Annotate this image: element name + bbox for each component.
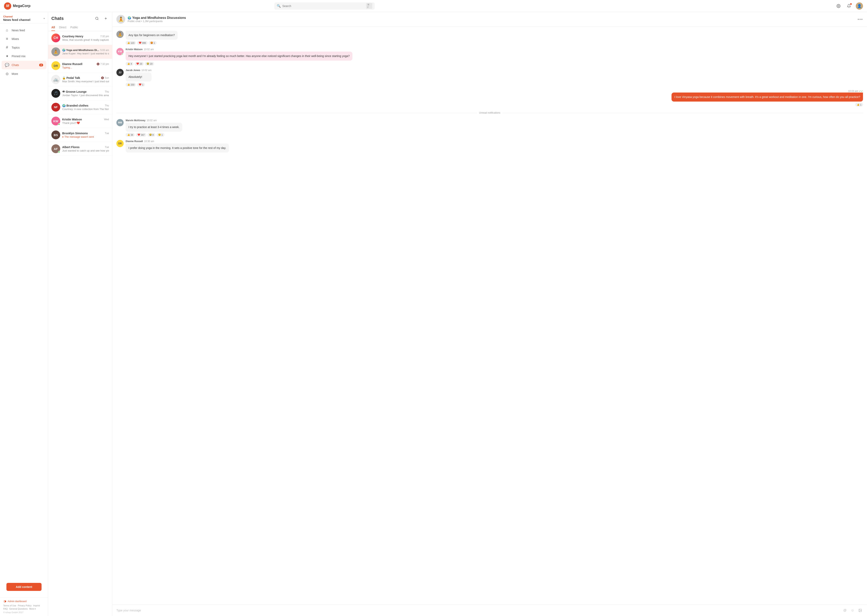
main-layout: Channel News feed channel ▾ ⌂ News feed … bbox=[0, 12, 867, 616]
chat-top: Albert Flores Tue bbox=[62, 146, 109, 149]
new-chat-button[interactable] bbox=[102, 15, 109, 22]
list-item[interactable]: 🎵 👁 Groove Lounge Thu Jordan Taylor: I j… bbox=[48, 86, 112, 101]
chat-content: Albert Flores Tue Just wanted to catch u… bbox=[62, 146, 109, 152]
sidebar-item-pinned-mix[interactable]: ✦ Pinned mix bbox=[2, 52, 46, 60]
chat-content: 🌍 Yoga and Mindfulness Di... 5:03 am Jan… bbox=[62, 49, 109, 55]
list-item[interactable]: DR Dianne Russell 🔇7:32 pm Typing... bbox=[48, 59, 112, 73]
chat-name: 🌍 Branded clothes bbox=[62, 104, 88, 107]
chat-name: 🌍 Yoga and Mindfulness Di... bbox=[62, 49, 99, 52]
list-item[interactable]: 🚲 🔒 Pedal Talk 🔇Sun Max Smith: Hey every… bbox=[48, 73, 112, 86]
sidebar-item-more[interactable]: ⊙ More bbox=[2, 70, 46, 78]
chat-name: Kristin Watson bbox=[62, 118, 82, 121]
privacy-link[interactable]: Privacy Policy bbox=[18, 604, 31, 607]
search-bar[interactable]: 🔍 ⌘ F bbox=[274, 2, 375, 9]
channel-avatar: 🧘 bbox=[116, 15, 125, 24]
more-footer-link[interactable]: More ▾ bbox=[29, 608, 36, 610]
admin-dashboard-link[interactable]: Admin dashboard bbox=[3, 600, 45, 603]
chat-content: 👁 Groove Lounge Thu Jordan Taylor: I jus… bbox=[62, 90, 109, 97]
chevron-down-icon: ▾ bbox=[44, 17, 45, 20]
emoji-button[interactable]: ☺ bbox=[850, 608, 855, 613]
message-row: JJ Jacob Jones 10:02 am Absolutely! 👍233… bbox=[116, 69, 863, 86]
reaction[interactable]: 👍233 bbox=[126, 83, 136, 86]
chat-content: 🔒 Pedal Talk 🔇Sun Max Smith: Hey everyon… bbox=[62, 76, 109, 83]
chat-time: Thu bbox=[105, 104, 109, 107]
general-questions-link[interactable]: General Questions bbox=[9, 608, 28, 610]
list-item[interactable]: 🧘 🌍 Yoga and Mindfulness Di... 5:03 am J… bbox=[48, 45, 112, 59]
reaction[interactable]: ❤️23 bbox=[135, 62, 144, 66]
mention-button[interactable]: @ bbox=[842, 608, 848, 613]
chat-time: Thu bbox=[105, 90, 109, 93]
chats-panel: Chats All Direct Public CH Courtn bbox=[48, 12, 112, 616]
chat-content: 🌍 Branded clothes Thu Courtney: A new co… bbox=[62, 104, 109, 111]
chat-time: 🔇7:32 pm bbox=[97, 63, 109, 66]
channel-selector[interactable]: Channel News feed channel ▾ bbox=[0, 12, 48, 23]
sidebar-item-label: Mixes bbox=[12, 37, 19, 41]
mixes-icon: ≡ bbox=[5, 37, 9, 41]
chat-input-area: @ ☺ bbox=[112, 605, 867, 616]
app-name: MegaCorp bbox=[13, 4, 30, 8]
logo-icon: M bbox=[4, 2, 11, 9]
muted-icon: 🔇 bbox=[101, 77, 104, 79]
reaction[interactable]: 👍4 bbox=[126, 62, 134, 66]
header-actions: 👤 bbox=[835, 2, 863, 9]
add-content-button[interactable]: Add content bbox=[6, 583, 42, 591]
chat-name: Brooklyn Simmons bbox=[62, 132, 88, 135]
reaction[interactable]: ❤️999 bbox=[137, 41, 147, 45]
reaction[interactable]: 😂8 bbox=[148, 133, 155, 137]
tab-all[interactable]: All bbox=[51, 24, 55, 31]
avatar: KW bbox=[116, 48, 124, 55]
sidebar-item-label: News feed bbox=[12, 29, 25, 32]
chat-top: 🌍 Yoga and Mindfulness Di... 5:03 am bbox=[62, 49, 109, 52]
avatar: CH bbox=[51, 33, 60, 42]
terms-link[interactable]: Terms of Use bbox=[3, 604, 16, 607]
reaction[interactable]: 😡1 bbox=[149, 41, 157, 45]
message-content: Any tips for beginners on meditation? 👍1… bbox=[126, 31, 177, 45]
tab-direct[interactable]: Direct bbox=[59, 24, 66, 31]
sidebar-item-news-feed[interactable]: ⌂ News feed bbox=[2, 26, 46, 34]
chat-name: Dianne Russell bbox=[62, 63, 82, 66]
search-chats-button[interactable] bbox=[94, 15, 100, 22]
faq-link[interactable]: FAQ bbox=[3, 608, 8, 610]
list-item[interactable]: KW Kristin Watson Wed Thank you!!!❤️ bbox=[48, 114, 112, 128]
sidebar-item-mixes[interactable]: ≡ Mixes bbox=[2, 35, 46, 43]
chat-name: Courtney Henry bbox=[62, 35, 83, 38]
imprint-link[interactable]: Imprint bbox=[33, 604, 40, 607]
attachment-button[interactable] bbox=[858, 608, 863, 613]
avatar: JJ bbox=[116, 69, 124, 76]
chat-time: Wed bbox=[104, 118, 109, 121]
message-reactions: 👍1 bbox=[672, 103, 863, 107]
more-options-button[interactable]: ••• bbox=[858, 17, 863, 22]
reaction[interactable]: 👍34 bbox=[126, 133, 135, 137]
chat-preview-typing: Typing... bbox=[62, 66, 109, 69]
reaction[interactable]: 😂23 bbox=[145, 62, 154, 66]
message-bubble: Hey everyone! I just started practicing … bbox=[126, 52, 352, 61]
message-input[interactable] bbox=[116, 609, 840, 612]
footer-links: Terms of Use Privacy Policy Imprint FAQ … bbox=[3, 604, 45, 610]
list-item[interactable]: BS Brooklyn Simmons Tue ♦The message was… bbox=[48, 128, 112, 142]
message-content: Jacob Jones 10:02 am Absolutely! 👍233 ❤️… bbox=[126, 69, 152, 86]
user-avatar[interactable]: 👤 bbox=[856, 2, 863, 9]
chat-top: Courtney Henry 7:32 pm bbox=[62, 35, 109, 38]
online-indicator bbox=[58, 151, 60, 153]
reaction[interactable]: 👍1 bbox=[855, 103, 863, 107]
settings-button[interactable] bbox=[835, 2, 842, 9]
notifications-button[interactable] bbox=[845, 2, 853, 9]
reaction[interactable]: 👍123 bbox=[126, 41, 136, 45]
sidebar-item-chats[interactable]: 💬 Chats 2 bbox=[2, 61, 46, 69]
search-input[interactable] bbox=[283, 5, 366, 8]
reaction[interactable]: ❤️1 bbox=[137, 83, 145, 86]
avatar: NF bbox=[51, 103, 60, 112]
muted-icon: 🔇 bbox=[97, 63, 99, 66]
chat-preview: Max Smith: Hey everyone! I just tried ou… bbox=[62, 80, 109, 83]
list-item[interactable]: AF Albert Flores Tue Just wanted to catc… bbox=[48, 142, 112, 156]
chat-content: Kristin Watson Wed Thank you!!!❤️ bbox=[62, 118, 109, 124]
list-item[interactable]: CH Courtney Henry 7:32 pm Wow, that soun… bbox=[48, 31, 112, 45]
list-item[interactable]: NF 🌍 Branded clothes Thu Courtney: A new… bbox=[48, 101, 112, 114]
reaction[interactable]: 😟1 bbox=[157, 133, 164, 137]
message-meta: Marvin McKinney 10:02 am bbox=[126, 119, 182, 122]
sidebar-item-topics[interactable]: # Topics bbox=[2, 43, 46, 52]
avatar: MM bbox=[116, 119, 124, 126]
reaction[interactable]: ❤️347 bbox=[136, 133, 146, 137]
notification-badge bbox=[850, 3, 852, 5]
tab-public[interactable]: Public bbox=[70, 24, 78, 31]
